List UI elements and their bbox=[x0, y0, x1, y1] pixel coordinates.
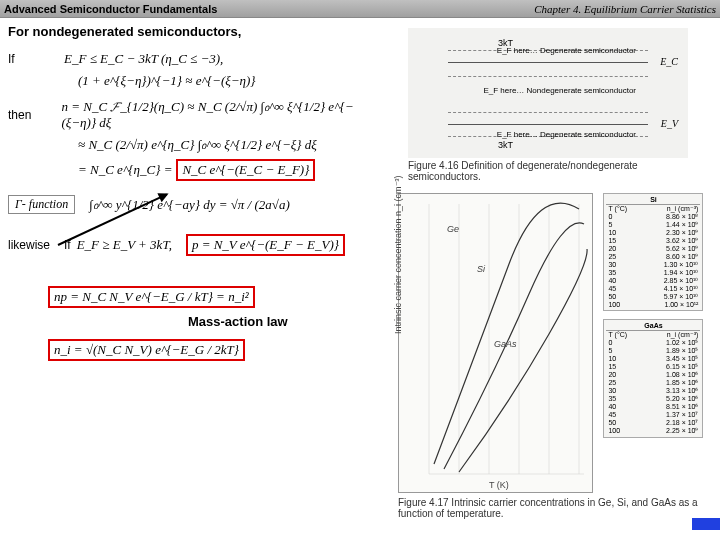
table-gaas-body: 01.02 × 10⁵51.89 × 10⁵103.45 × 10⁵156.15… bbox=[606, 339, 700, 435]
eq-ni-boxed: n_i = √(N_C N_V) e^{−E_G / 2kT} bbox=[48, 339, 245, 361]
table-row: 08.86 × 10⁸ bbox=[606, 213, 700, 221]
if-label-1: If bbox=[8, 52, 64, 66]
eq-n-line1: n = N_C 𝓕_{1/2}(η_C) ≈ N_C (2/√π) ∫₀^∞ ξ… bbox=[61, 99, 388, 131]
table-si-head: Si bbox=[606, 196, 700, 205]
table-row: 205.62 × 10⁹ bbox=[606, 245, 700, 253]
likewise-label: likewise bbox=[8, 238, 64, 252]
table-row: 156.15 × 10⁵ bbox=[606, 363, 700, 371]
table-row: 502.18 × 10⁷ bbox=[606, 419, 700, 427]
table-row: 303.13 × 10⁶ bbox=[606, 387, 700, 395]
table-row: 153.62 × 10⁹ bbox=[606, 237, 700, 245]
eq-n-line2: ≈ N_C (2/√π) e^{η_C} ∫₀^∞ ξ^{1/2} e^{−ξ}… bbox=[78, 137, 317, 153]
table-row: 1001.00 × 10¹² bbox=[606, 301, 700, 308]
table-row: 505.97 × 10¹⁰ bbox=[606, 293, 700, 301]
ec-label: E_C bbox=[660, 56, 678, 67]
table-row: 102.30 × 10⁹ bbox=[606, 229, 700, 237]
table-row: 51.44 × 10⁹ bbox=[606, 221, 700, 229]
eq-gamma-integral: ∫₀^∞ y^{1/2} e^{−ay} dy = √π / (2a√a) bbox=[89, 197, 290, 213]
eq-p-boxed: p = N_V e^{−(E_F − E_V)} bbox=[186, 234, 345, 256]
figure-4-17-caption: Figure 4.17 Intrinsic carrier concentrat… bbox=[398, 497, 708, 519]
intro-text: For nondegenerated semiconductors, bbox=[8, 24, 388, 39]
table-row: 351.94 × 10¹⁰ bbox=[606, 269, 700, 277]
table-si: Si T (°C) n_i (cm⁻³) 08.86 × 10⁸51.44 × … bbox=[603, 193, 703, 311]
table-row: 402.85 × 10¹⁰ bbox=[606, 277, 700, 285]
intrinsic-concentration-graph: Intrinsic carrier concentration n_i (cm⁻… bbox=[398, 193, 593, 493]
ef-nondeg: E_F here… Nondegenerate semiconductor bbox=[483, 86, 636, 95]
table-row: 454.15 × 10¹⁰ bbox=[606, 285, 700, 293]
band-diagram: E_C E_V 3kT 3kT E_F here… Degenerate sem… bbox=[408, 28, 688, 158]
table-row: 51.89 × 10⁵ bbox=[606, 347, 700, 355]
eq-n-boxed: N_C e^{−(E_C − E_F)} bbox=[176, 159, 315, 181]
ef-deg-bot: E_F here… Degenerate semiconductor bbox=[497, 130, 636, 139]
table-row: 251.85 × 10⁶ bbox=[606, 379, 700, 387]
slide-content: For nondegenerated semiconductors, If E_… bbox=[0, 18, 720, 540]
eq-approx-1: (1 + e^{ξ−η})^{−1} ≈ e^{−(ξ−η)} bbox=[78, 73, 256, 89]
figure-4-16-caption: Figure 4.16 Definition of degenerate/non… bbox=[408, 160, 708, 182]
table-row: 201.08 × 10⁶ bbox=[606, 371, 700, 379]
figure-4-16: E_C E_V 3kT 3kT E_F here… Degenerate sem… bbox=[408, 28, 708, 182]
figure-4-17: Intrinsic carrier concentration n_i (cm⁻… bbox=[398, 193, 708, 519]
table-si-body: 08.86 × 10⁸51.44 × 10⁹102.30 × 10⁹153.62… bbox=[606, 213, 700, 308]
mass-action-label: Mass-action law bbox=[188, 314, 388, 329]
header-title: Advanced Semiconductor Fundamentals bbox=[4, 3, 217, 15]
header-chapter: Chapter 4. Equilibrium Carrier Statistic… bbox=[534, 3, 716, 15]
eq-condition-1: E_F ≤ E_C − 3kT (η_C ≤ −3), bbox=[64, 51, 223, 67]
table-row: 01.02 × 10⁵ bbox=[606, 339, 700, 347]
y-axis-label: Intrinsic carrier concentration n_i (cm⁻… bbox=[393, 175, 403, 334]
table-row: 258.60 × 10⁹ bbox=[606, 253, 700, 261]
table-row: 1002.25 × 10⁹ bbox=[606, 427, 700, 435]
gamma-function-label: Γ- function bbox=[8, 195, 75, 214]
table-row: 408.51 × 10⁶ bbox=[606, 403, 700, 411]
derivation-column: For nondegenerated semiconductors, If E_… bbox=[8, 24, 388, 367]
table-row: 451.37 × 10⁷ bbox=[606, 411, 700, 419]
table-row: 301.30 × 10¹⁰ bbox=[606, 261, 700, 269]
gap-3kt-bot: 3kT bbox=[498, 140, 513, 150]
eq-np-boxed: np = N_C N_V e^{−E_G / kT} = n_i² bbox=[48, 286, 255, 308]
table-gaas-head: GaAs bbox=[606, 322, 700, 331]
then-label: then bbox=[8, 108, 61, 122]
table-gaas-cols: T (°C) n_i (cm⁻³) bbox=[606, 331, 700, 339]
table-gaas: GaAs T (°C) n_i (cm⁻³) 01.02 × 10⁵51.89 … bbox=[603, 319, 703, 438]
curve-label-si: Si bbox=[477, 264, 485, 274]
table-row: 355.20 × 10⁶ bbox=[606, 395, 700, 403]
slide-header: Advanced Semiconductor Fundamentals Chap… bbox=[0, 0, 720, 18]
corner-accent bbox=[692, 518, 720, 530]
curve-label-gaas: GaAs bbox=[494, 339, 517, 349]
ef-deg-top: E_F here… Degenerate semiconductor bbox=[497, 46, 636, 55]
table-row: 103.45 × 10⁵ bbox=[606, 355, 700, 363]
data-tables: Si T (°C) n_i (cm⁻³) 08.86 × 10⁸51.44 × … bbox=[603, 193, 703, 446]
ev-label: E_V bbox=[661, 118, 678, 129]
eq-n-line3a: = N_C e^{η_C} = bbox=[78, 162, 172, 178]
curve-label-ge: Ge bbox=[447, 224, 459, 234]
eq-condition-2: E_F ≥ E_V + 3kT, bbox=[77, 237, 172, 253]
table-si-cols: T (°C) n_i (cm⁻³) bbox=[606, 205, 700, 213]
x-axis-label: T (K) bbox=[489, 480, 509, 490]
